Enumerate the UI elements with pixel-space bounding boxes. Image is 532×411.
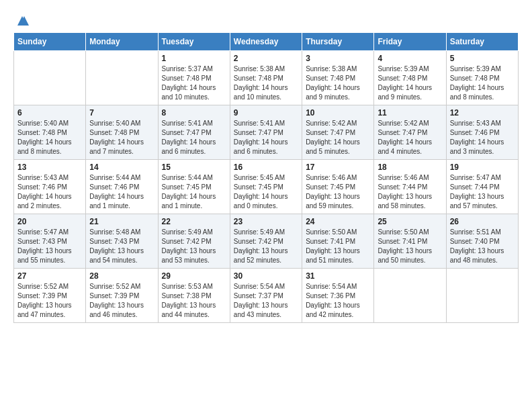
calendar-cell: 17Sunrise: 5:46 AMSunset: 7:45 PMDayligh… [302,160,374,214]
day-info: Sunrise: 5:41 AMSunset: 7:47 PMDaylight:… [234,119,298,156]
day-info: Sunrise: 5:44 AMSunset: 7:45 PMDaylight:… [162,173,226,211]
calendar-cell [14,51,86,105]
day-info: Sunrise: 5:38 AMSunset: 7:48 PMDaylight:… [234,64,298,102]
day-number: 11 [378,108,442,118]
day-number: 9 [234,108,298,118]
day-number: 19 [450,163,515,172]
day-number: 2 [234,54,298,63]
day-info: Sunrise: 5:54 AMSunset: 7:37 PMDaylight:… [234,282,298,320]
calendar-cell: 29Sunrise: 5:53 AMSunset: 7:38 PMDayligh… [158,269,230,323]
day-info: Sunrise: 5:37 AMSunset: 7:48 PMDaylight:… [162,64,226,102]
calendar-cell: 11Sunrise: 5:42 AMSunset: 7:47 PMDayligh… [374,105,446,160]
calendar-cell: 5Sunrise: 5:39 AMSunset: 7:48 PMDaylight… [446,51,518,105]
weekday-header: Sunday [14,33,86,51]
day-number: 30 [234,271,298,281]
day-number: 10 [306,108,370,118]
calendar-cell: 31Sunrise: 5:54 AMSunset: 7:36 PMDayligh… [302,269,374,323]
day-info: Sunrise: 5:43 AMSunset: 7:46 PMDaylight:… [17,173,82,211]
day-number: 17 [306,163,370,172]
calendar-cell: 3Sunrise: 5:38 AMSunset: 7:48 PMDaylight… [302,51,374,105]
calendar-cell: 28Sunrise: 5:52 AMSunset: 7:39 PMDayligh… [86,269,158,323]
day-info: Sunrise: 5:42 AMSunset: 7:47 PMDaylight:… [378,119,442,156]
day-number: 25 [378,217,442,226]
calendar-cell [446,269,518,323]
calendar-week-row: 27Sunrise: 5:52 AMSunset: 7:39 PMDayligh… [14,269,519,323]
calendar-cell: 27Sunrise: 5:52 AMSunset: 7:39 PMDayligh… [14,269,86,323]
calendar-cell: 8Sunrise: 5:41 AMSunset: 7:47 PMDaylight… [158,105,230,160]
calendar-week-row: 1Sunrise: 5:37 AMSunset: 7:48 PMDaylight… [14,51,519,105]
calendar-week-row: 6Sunrise: 5:40 AMSunset: 7:48 PMDaylight… [14,105,519,160]
day-number: 3 [306,54,370,63]
calendar-cell: 7Sunrise: 5:40 AMSunset: 7:48 PMDaylight… [86,105,158,160]
calendar-cell: 16Sunrise: 5:45 AMSunset: 7:45 PMDayligh… [230,160,302,214]
day-number: 1 [162,54,226,63]
calendar-cell: 13Sunrise: 5:43 AMSunset: 7:46 PMDayligh… [14,160,86,214]
day-number: 16 [234,163,298,172]
day-number: 4 [378,54,442,63]
weekday-header: Monday [86,33,158,51]
calendar-cell: 21Sunrise: 5:48 AMSunset: 7:43 PMDayligh… [86,214,158,269]
day-number: 21 [89,217,154,226]
day-info: Sunrise: 5:47 AMSunset: 7:43 PMDaylight:… [17,228,82,265]
day-info: Sunrise: 5:38 AMSunset: 7:48 PMDaylight:… [306,64,370,102]
calendar-cell [86,51,158,105]
day-number: 29 [162,271,226,281]
day-number: 13 [17,163,82,172]
day-number: 28 [89,271,154,281]
calendar-cell: 23Sunrise: 5:49 AMSunset: 7:42 PMDayligh… [230,214,302,269]
day-info: Sunrise: 5:50 AMSunset: 7:41 PMDaylight:… [306,228,370,265]
day-number: 20 [17,217,82,226]
day-number: 14 [89,163,154,172]
day-info: Sunrise: 5:49 AMSunset: 7:42 PMDaylight:… [234,228,298,265]
calendar-cell: 25Sunrise: 5:50 AMSunset: 7:41 PMDayligh… [374,214,446,269]
weekday-header: Saturday [446,33,518,51]
day-info: Sunrise: 5:46 AMSunset: 7:44 PMDaylight:… [378,173,442,211]
logo [13,13,30,26]
day-info: Sunrise: 5:44 AMSunset: 7:46 PMDaylight:… [89,173,154,211]
day-info: Sunrise: 5:39 AMSunset: 7:48 PMDaylight:… [378,64,442,102]
calendar-cell: 19Sunrise: 5:47 AMSunset: 7:44 PMDayligh… [446,160,518,214]
calendar-cell: 12Sunrise: 5:43 AMSunset: 7:46 PMDayligh… [446,105,518,160]
weekday-header: Wednesday [230,33,302,51]
day-info: Sunrise: 5:46 AMSunset: 7:45 PMDaylight:… [306,173,370,211]
weekday-header: Friday [374,33,446,51]
day-info: Sunrise: 5:49 AMSunset: 7:42 PMDaylight:… [162,228,226,265]
calendar-cell: 2Sunrise: 5:38 AMSunset: 7:48 PMDaylight… [230,51,302,105]
day-info: Sunrise: 5:52 AMSunset: 7:39 PMDaylight:… [89,282,154,320]
day-number: 12 [450,108,515,118]
day-number: 26 [450,217,515,226]
day-number: 24 [306,217,370,226]
day-number: 18 [378,163,442,172]
day-number: 5 [450,54,515,63]
calendar-cell: 1Sunrise: 5:37 AMSunset: 7:48 PMDaylight… [158,51,230,105]
day-info: Sunrise: 5:50 AMSunset: 7:41 PMDaylight:… [378,228,442,265]
day-number: 15 [162,163,226,172]
calendar-cell: 6Sunrise: 5:40 AMSunset: 7:48 PMDaylight… [14,105,86,160]
day-info: Sunrise: 5:54 AMSunset: 7:36 PMDaylight:… [306,282,370,320]
calendar-table: SundayMondayTuesdayWednesdayThursdayFrid… [13,32,519,323]
day-info: Sunrise: 5:51 AMSunset: 7:40 PMDaylight:… [450,228,515,265]
calendar-cell: 10Sunrise: 5:42 AMSunset: 7:47 PMDayligh… [302,105,374,160]
calendar-cell: 20Sunrise: 5:47 AMSunset: 7:43 PMDayligh… [14,214,86,269]
calendar-cell: 26Sunrise: 5:51 AMSunset: 7:40 PMDayligh… [446,214,518,269]
weekday-header: Thursday [302,33,374,51]
calendar-cell: 30Sunrise: 5:54 AMSunset: 7:37 PMDayligh… [230,269,302,323]
calendar-cell: 18Sunrise: 5:46 AMSunset: 7:44 PMDayligh… [374,160,446,214]
day-number: 27 [17,271,82,281]
day-number: 6 [17,108,82,118]
page-header [13,13,519,26]
calendar-cell [374,269,446,323]
day-number: 8 [162,108,226,118]
calendar-cell: 24Sunrise: 5:50 AMSunset: 7:41 PMDayligh… [302,214,374,269]
day-info: Sunrise: 5:40 AMSunset: 7:48 PMDaylight:… [89,119,154,156]
calendar-cell: 14Sunrise: 5:44 AMSunset: 7:46 PMDayligh… [86,160,158,214]
day-info: Sunrise: 5:39 AMSunset: 7:48 PMDaylight:… [450,64,515,102]
day-info: Sunrise: 5:43 AMSunset: 7:46 PMDaylight:… [450,119,515,156]
calendar-week-row: 20Sunrise: 5:47 AMSunset: 7:43 PMDayligh… [14,214,519,269]
day-info: Sunrise: 5:42 AMSunset: 7:47 PMDaylight:… [306,119,370,156]
calendar-cell: 15Sunrise: 5:44 AMSunset: 7:45 PMDayligh… [158,160,230,214]
calendar-cell: 22Sunrise: 5:49 AMSunset: 7:42 PMDayligh… [158,214,230,269]
day-number: 7 [89,108,154,118]
day-info: Sunrise: 5:52 AMSunset: 7:39 PMDaylight:… [17,282,82,320]
day-info: Sunrise: 5:41 AMSunset: 7:47 PMDaylight:… [162,119,226,156]
